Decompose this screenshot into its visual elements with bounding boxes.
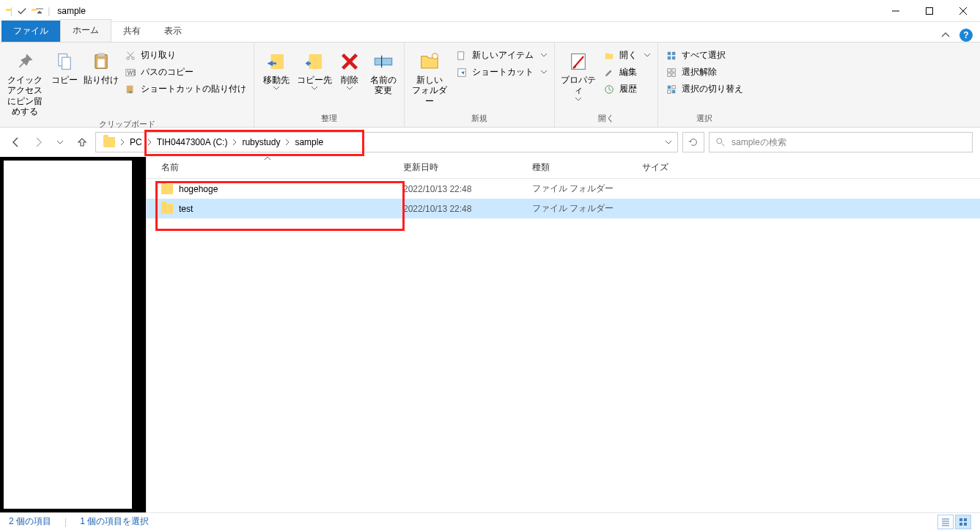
chevron-up-icon[interactable] [940,30,951,40]
svg-rect-35 [672,85,675,88]
search-icon [715,137,726,147]
refresh-button[interactable] [682,132,704,152]
minimize-button[interactable] [879,0,913,22]
chevron-right-icon[interactable] [119,139,125,146]
tab-share[interactable]: 共有 [111,21,152,42]
new-folder-icon [418,50,441,73]
close-button[interactable] [946,0,980,22]
new-folder-button[interactable]: 新しい フォルダー [409,45,450,106]
open-icon [603,50,615,62]
properties-button[interactable]: プロパティ [559,45,597,101]
forward-button[interactable] [29,133,47,151]
paste-label: 貼り付け [84,75,119,85]
status-selected-count: 1 個の項目を選択 [80,515,149,528]
group-label-clipboard: クリップボード [4,117,249,133]
address-bar[interactable]: PC TIH0447300A (C:) rubystudy sample [95,132,678,152]
invert-selection-button[interactable]: 選択の切り替え [663,82,746,96]
paste-button[interactable]: 貼り付け [84,45,119,85]
tab-home[interactable]: ホーム [60,19,111,42]
file-list[interactable]: 名前 更新日時 種類 サイズ hogehoge 2022/10/13 22:48… [147,157,980,512]
address-history-dropdown[interactable] [660,139,677,146]
new-shortcut-button[interactable]: ショートカット [453,65,550,79]
svg-rect-34 [668,85,671,88]
breadcrumb-folder2[interactable]: sample [290,137,328,147]
svg-line-39 [722,144,725,147]
column-headers[interactable]: 名前 更新日時 種類 サイズ [147,157,980,179]
svg-text:ws: ws [127,67,136,76]
move-to-button[interactable]: 移動先 [259,45,294,90]
rename-button[interactable]: 名前の 変更 [367,45,399,96]
navigation-pane[interactable] [0,157,147,512]
title-bar: | | sample [0,0,980,22]
item-name: hogehoge [179,184,218,194]
ribbon-group-new: 新しい フォルダー 新しいアイテム ショートカット 新規 [405,43,555,127]
svg-rect-37 [672,89,675,92]
history-button[interactable]: 履歴 [600,82,653,96]
back-button[interactable] [7,133,25,151]
pin-label: クイック アクセス にピン留めする [4,75,45,117]
chevron-right-icon[interactable] [147,139,152,146]
search-input[interactable]: sampleの検索 [709,132,973,152]
status-bar: 2 個の項目 | 1 個の項目を選択 [0,512,980,530]
breadcrumb-pc[interactable]: PC [125,137,147,147]
delete-x-icon [338,50,361,73]
path-icon: ws [125,67,136,78]
rename-icon [372,50,395,73]
pin-to-quick-access-button[interactable]: クイック アクセス にピン留めする [4,45,45,117]
chevron-right-icon[interactable] [232,139,237,146]
properties-icon [567,50,590,73]
group-label-new: 新規 [409,111,550,127]
copy-to-button[interactable]: コピー先 [297,45,332,90]
up-button[interactable] [73,133,91,151]
search-placeholder: sampleの検索 [732,136,786,149]
tab-file[interactable]: ファイル [1,21,60,42]
copy-icon [53,50,76,73]
list-item[interactable]: test 2022/10/13 22:48 ファイル フォルダー [147,199,980,218]
column-size[interactable]: サイズ [642,161,715,174]
copy-path-button[interactable]: wsパスのコピー [122,65,249,79]
cut-button[interactable]: 切り取り [122,48,249,62]
maximize-button[interactable] [913,0,946,22]
dropdown-icon[interactable] [36,7,43,15]
list-item[interactable]: hogehoge 2022/10/13 22:48 ファイル フォルダー [147,179,980,199]
paste-icon [89,50,113,73]
column-type[interactable]: 種類 [532,161,642,174]
copy-button[interactable]: コピー [48,45,81,85]
breadcrumb-folder1[interactable]: rubystudy [237,137,284,147]
thumbnails-view-button[interactable] [955,515,971,529]
ribbon: クイック アクセス にピン留めする コピー 貼り付け 切り取り wsパスのコピー… [0,43,980,128]
column-modified[interactable]: 更新日時 [403,161,532,174]
recent-dropdown[interactable] [51,133,69,151]
svg-point-24 [574,65,577,68]
select-none-button[interactable]: 選択解除 [663,65,746,79]
svg-point-20 [432,54,438,59]
folder-icon [161,184,173,194]
select-all-button[interactable]: すべて選択 [663,48,746,62]
svg-rect-47 [964,523,967,526]
folder-icon [99,137,119,147]
edit-button[interactable]: 編集 [600,65,653,79]
shortcut-icon [456,67,468,78]
column-name[interactable]: 名前 [161,161,403,174]
ribbon-group-clipboard: クイック アクセス にピン留めする コピー 貼り付け 切り取り wsパスのコピー… [0,43,254,127]
details-view-button[interactable] [937,515,954,529]
new-item-button[interactable]: 新しいアイテム [453,48,550,62]
item-name: test [179,204,193,214]
help-button[interactable]: ? [959,29,973,42]
move-icon [265,50,288,73]
chevron-right-icon[interactable] [284,139,290,146]
group-label-select: 選択 [663,111,746,127]
breadcrumb-drive[interactable]: TIH0447300A (C:) [152,137,232,147]
status-item-count: 2 個の項目 [9,515,51,528]
svg-rect-31 [672,68,675,71]
delete-button[interactable]: 削除 [335,45,364,90]
item-modified: 2022/10/13 22:48 [403,204,532,214]
svg-rect-5 [62,57,71,69]
tab-view[interactable]: 表示 [152,21,194,42]
open-button[interactable]: 開く [600,48,653,62]
checkmark-icon[interactable] [17,6,27,16]
paste-shortcut-button[interactable]: ショートカットの貼り付け [122,82,249,96]
history-icon [603,84,615,95]
ribbon-group-select: すべて選択 選択解除 選択の切り替え 選択 [658,43,751,127]
shortcut-paste-icon [125,84,136,95]
